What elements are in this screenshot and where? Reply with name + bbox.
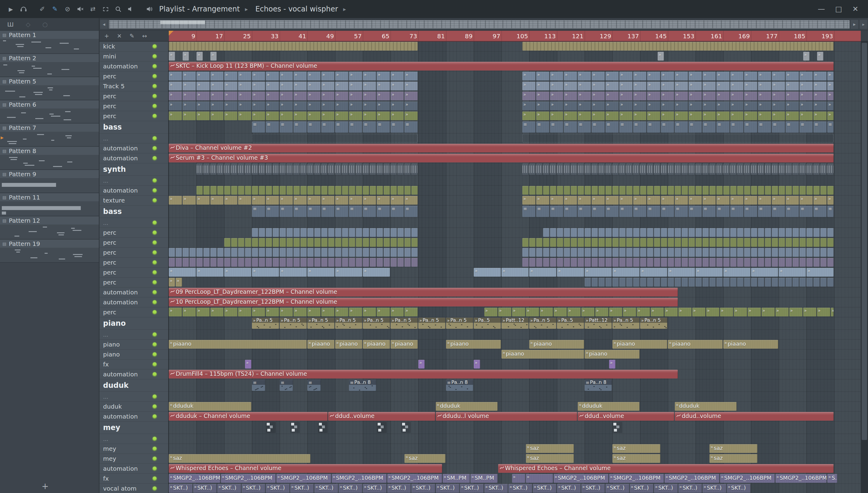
pattern-clip[interactable] bbox=[384, 164, 390, 175]
pattern-clip[interactable]: » bbox=[592, 196, 605, 205]
pattern-clip[interactable] bbox=[710, 278, 716, 286]
playlist-track-lane[interactable] bbox=[169, 176, 861, 186]
pattern-clip[interactable] bbox=[710, 258, 716, 267]
pattern-clip[interactable] bbox=[571, 248, 577, 257]
pattern-clip[interactable]: » bbox=[702, 196, 716, 205]
pattern-clip[interactable] bbox=[661, 164, 667, 175]
pattern-clip[interactable]: » bbox=[550, 72, 563, 81]
pattern-clip[interactable] bbox=[737, 258, 743, 267]
pattern-clip[interactable] bbox=[203, 258, 210, 267]
playlist-grid[interactable]: »»»»»»»SKTC – Kick Loop 11 (123 BPM) – C… bbox=[169, 42, 861, 493]
pattern-clip[interactable] bbox=[377, 258, 383, 267]
close-button[interactable]: ✕ bbox=[852, 5, 859, 13]
pattern-clip[interactable] bbox=[786, 258, 792, 267]
pattern-clip[interactable]: » bbox=[813, 92, 827, 100]
pattern-clip[interactable] bbox=[391, 164, 397, 175]
pattern-clip[interactable] bbox=[536, 248, 542, 257]
pattern-clip[interactable]: » bbox=[183, 102, 196, 110]
pattern-clip[interactable] bbox=[626, 258, 633, 267]
pattern-clip[interactable] bbox=[737, 238, 743, 247]
pattern-clip[interactable]: » bbox=[522, 102, 536, 110]
pattern-clip[interactable]: » bbox=[377, 82, 390, 90]
pattern-clip[interactable] bbox=[599, 248, 605, 257]
pattern-clip[interactable] bbox=[620, 228, 626, 237]
pattern-clip[interactable] bbox=[751, 228, 757, 237]
track-enable-led[interactable] bbox=[152, 437, 157, 441]
pattern-clip[interactable]: » bbox=[349, 196, 362, 205]
playlist-track-lane[interactable] bbox=[169, 392, 861, 402]
pattern-clip[interactable] bbox=[557, 238, 563, 247]
pattern-clip[interactable]: » bbox=[321, 82, 334, 90]
pattern-clip[interactable]: » bbox=[706, 308, 719, 316]
pattern-clip[interactable] bbox=[716, 164, 723, 175]
pattern-clip[interactable]: » bbox=[307, 196, 321, 205]
minimize-button[interactable]: — bbox=[818, 5, 825, 13]
pattern-clip[interactable] bbox=[710, 186, 716, 195]
pattern-clip[interactable]: » bbox=[813, 196, 827, 205]
pattern-clip[interactable] bbox=[245, 248, 251, 257]
pattern-clip[interactable]: » bbox=[266, 102, 279, 110]
pattern-clip[interactable] bbox=[224, 186, 231, 195]
pattern-clip[interactable]: » bbox=[730, 72, 743, 81]
pattern-clip[interactable] bbox=[661, 258, 667, 267]
track-enable-led[interactable] bbox=[152, 260, 157, 264]
pattern-clip[interactable] bbox=[723, 164, 730, 175]
pattern-clip[interactable]: ≡ bbox=[744, 206, 757, 217]
pattern-clip[interactable]: » bbox=[578, 111, 591, 120]
pattern-clip[interactable]: » bbox=[592, 92, 605, 100]
pattern-clip[interactable] bbox=[772, 278, 778, 286]
pattern-clip[interactable]: ≡ bbox=[536, 206, 549, 217]
pattern-clip[interactable] bbox=[356, 238, 362, 247]
pattern-clip[interactable]: » bbox=[418, 360, 425, 368]
pattern-clip[interactable] bbox=[606, 186, 612, 195]
pattern-clip[interactable]: » bbox=[623, 308, 636, 316]
pattern-clip[interactable] bbox=[800, 248, 806, 257]
pattern-clip[interactable]: »S.. bbox=[827, 474, 837, 483]
pattern-clip[interactable]: » bbox=[762, 308, 775, 316]
track-enable-led[interactable] bbox=[152, 310, 157, 314]
pattern-clip[interactable] bbox=[280, 186, 286, 195]
track-enable-led[interactable] bbox=[152, 290, 157, 295]
pattern-clip[interactable] bbox=[231, 186, 238, 195]
pattern-clip[interactable] bbox=[661, 186, 667, 195]
pattern-clip[interactable] bbox=[522, 42, 834, 51]
pattern-clip[interactable] bbox=[287, 186, 293, 195]
pattern-clip[interactable]: »SKT..) bbox=[630, 484, 654, 493]
pattern-clip[interactable]: » bbox=[224, 308, 238, 316]
pattern-clip[interactable] bbox=[806, 238, 813, 247]
pattern-clip[interactable]: »Pa..n 5 bbox=[418, 318, 446, 329]
pattern-clip[interactable]: » bbox=[169, 52, 175, 61]
pattern-clip[interactable]: » bbox=[522, 82, 536, 90]
playlist-track-lane[interactable]: DrumFill4 – 115bpm (TS24) – Channel volu… bbox=[169, 369, 861, 379]
pattern-clip[interactable] bbox=[564, 258, 570, 267]
playlist-track-lane[interactable]: »SKT..)»SKT..)»SKT..)»SKT..)»SKT..)»SKT.… bbox=[169, 484, 861, 493]
pattern-clip[interactable] bbox=[599, 186, 605, 195]
pattern-clip[interactable] bbox=[813, 248, 820, 257]
pattern-clip[interactable] bbox=[231, 248, 238, 257]
pan-icon[interactable]: ↔ bbox=[142, 33, 147, 39]
pattern-clip[interactable]: »saz bbox=[526, 444, 574, 453]
pattern-clip[interactable]: » bbox=[702, 92, 716, 100]
pattern-clip[interactable] bbox=[813, 228, 820, 237]
pattern-clip[interactable]: » bbox=[540, 308, 553, 316]
pattern-clip[interactable]: »saz bbox=[710, 454, 757, 463]
pattern-clip[interactable] bbox=[294, 248, 300, 257]
pattern-clip[interactable]: ≡ bbox=[377, 122, 390, 133]
pattern-clip[interactable]: ≡ bbox=[522, 122, 536, 133]
pattern-clip[interactable]: » bbox=[758, 196, 771, 205]
playlist-track-lane[interactable]: »saz»saz»saz»saz»saz bbox=[169, 454, 861, 464]
track-enable-led[interactable] bbox=[152, 188, 157, 193]
pattern-clip[interactable]: »saz bbox=[710, 444, 757, 453]
pattern-clip[interactable]: ≡ bbox=[294, 122, 307, 133]
pattern-clip[interactable] bbox=[668, 248, 674, 257]
pattern-clip[interactable]: » bbox=[266, 111, 279, 120]
pattern-clip[interactable] bbox=[689, 248, 695, 257]
pattern-clip[interactable]: » bbox=[526, 308, 539, 316]
pattern-clip[interactable] bbox=[536, 164, 542, 175]
pattern-clip[interactable] bbox=[259, 258, 265, 267]
pattern-clip[interactable] bbox=[571, 228, 577, 237]
pattern-clip[interactable] bbox=[397, 186, 404, 195]
pattern-clip[interactable] bbox=[786, 278, 792, 286]
play-icon[interactable]: ▶ bbox=[5, 4, 16, 15]
pattern-clip[interactable]: » bbox=[512, 474, 525, 483]
